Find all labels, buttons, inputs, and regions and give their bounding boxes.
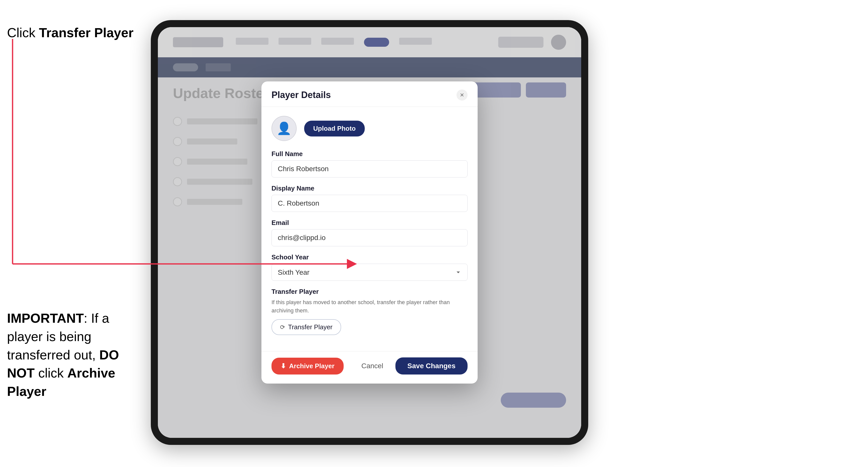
instruction-end: click (35, 366, 67, 380)
full-name-label: Full Name (272, 150, 468, 158)
display-name-label: Display Name (272, 185, 468, 192)
transfer-icon: ⟳ (280, 324, 285, 331)
modal-body: 👤 Upload Photo Full Name Display Name Em… (261, 107, 477, 351)
save-changes-button[interactable]: Save Changes (395, 357, 468, 374)
display-name-input[interactable] (272, 195, 468, 212)
full-name-group: Full Name (272, 150, 468, 178)
archive-player-button[interactable]: ⬇ Archive Player (272, 358, 344, 374)
footer-right-actions: Cancel Save Changes (354, 357, 468, 374)
instruction-top: Click Transfer Player (7, 25, 133, 40)
archive-icon: ⬇ (281, 362, 286, 370)
transfer-player-button[interactable]: ⟳ Transfer Player (272, 319, 341, 335)
modal-close-button[interactable]: × (457, 90, 468, 100)
transfer-section-title: Transfer Player (272, 288, 468, 295)
modal-title: Player Details (272, 90, 331, 100)
photo-section: 👤 Upload Photo (272, 116, 468, 141)
avatar-icon: 👤 (277, 121, 291, 135)
transfer-player-section: Transfer Player If this player has moved… (272, 288, 468, 335)
school-year-select[interactable]: Sixth Year (272, 264, 468, 281)
transfer-section-description: If this player has moved to another scho… (272, 298, 468, 315)
modal-footer: ⬇ Archive Player Cancel Save Changes (261, 351, 477, 383)
archive-btn-label: Archive Player (289, 362, 335, 370)
avatar-placeholder: 👤 (272, 116, 297, 141)
player-details-modal: Player Details × 👤 Upload Photo Full Nam… (261, 82, 477, 383)
instruction-bottom: IMPORTANT: If a player is being transfer… (7, 309, 138, 401)
tablet-screen: Update Roster (158, 27, 581, 438)
email-label: Email (272, 219, 468, 227)
school-year-label: School Year (272, 253, 468, 261)
full-name-input[interactable] (272, 160, 468, 178)
school-year-group: School Year Sixth Year (272, 253, 468, 281)
transfer-btn-label: Transfer Player (288, 323, 333, 331)
instruction-text: Click (7, 25, 39, 40)
tablet-device: Update Roster (151, 20, 588, 445)
cancel-button[interactable]: Cancel (354, 357, 390, 374)
modal-header: Player Details × (261, 82, 477, 107)
upload-photo-button[interactable]: Upload Photo (304, 121, 365, 136)
important-label: IMPORTANT (7, 311, 84, 325)
display-name-group: Display Name (272, 185, 468, 212)
email-input[interactable] (272, 229, 468, 246)
email-group: Email (272, 219, 468, 246)
instruction-bold: Transfer Player (39, 25, 133, 40)
